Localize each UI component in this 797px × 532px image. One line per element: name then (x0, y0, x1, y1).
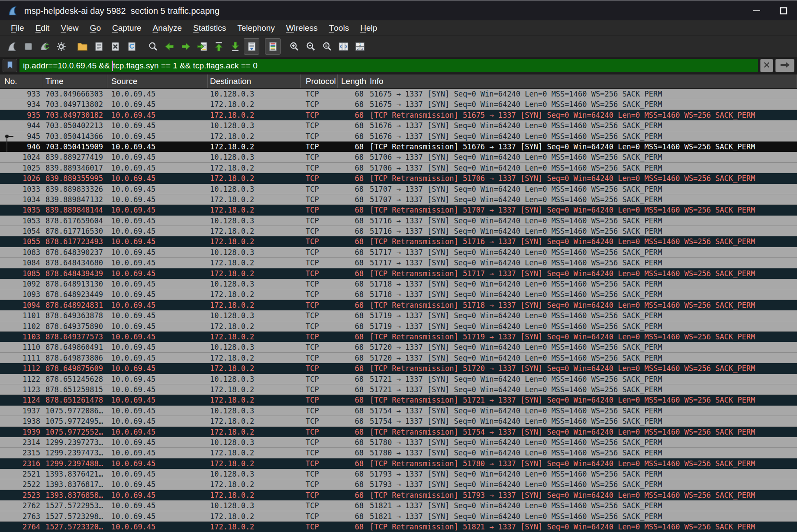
menu-analyze[interactable]: Analyze (147, 20, 188, 35)
filter-bookmark-button[interactable] (3, 59, 17, 72)
column-header-source[interactable]: Source (107, 74, 208, 88)
cell-destination: 172.18.0.2 (208, 353, 301, 363)
related-packet-marker (6, 142, 7, 152)
filter-apply-button[interactable] (775, 59, 794, 72)
open-file-button[interactable] (74, 38, 90, 55)
packet-row-945[interactable]: 945703.05041436610.0.69.45172.18.0.2TCP6… (0, 131, 797, 142)
packet-row-934[interactable]: 934703.04971380210.0.69.45172.18.0.2TCP6… (0, 99, 797, 110)
packet-row-1054[interactable]: 1054878.61771653010.0.69.45172.18.0.2TCP… (0, 226, 797, 236)
menu-statistics[interactable]: Statistics (187, 20, 232, 35)
packet-row-1122[interactable]: 1122878.65124562810.0.69.4510.128.0.3TCP… (0, 374, 797, 384)
cell-destination: 10.128.0.3 (208, 247, 301, 258)
go-back-button[interactable] (161, 38, 177, 55)
cell-length: 68 (338, 395, 367, 405)
column-header-length[interactable]: Length (338, 74, 367, 88)
cell-no: 2523 (0, 490, 43, 500)
packet-row-1938[interactable]: 19381075.9772495…10.0.69.45172.18.0.2TCP… (0, 416, 797, 426)
stop-capture-button[interactable] (20, 38, 36, 55)
filter-clear-button[interactable] (760, 59, 773, 72)
packet-row-1053[interactable]: 1053878.61765960410.0.69.4510.128.0.3TCP… (0, 216, 797, 226)
packet-row-1123[interactable]: 1123878.65125981510.0.69.45172.18.0.2TCP… (0, 384, 797, 395)
zoom-reset-button[interactable] (319, 38, 335, 55)
packet-row-1093[interactable]: 1093878.64892344910.0.69.45172.18.0.2TCP… (0, 289, 797, 300)
packet-row-1024[interactable]: 1024839.88927741910.0.69.4510.128.0.3TCP… (0, 152, 797, 162)
menu-view[interactable]: View (55, 20, 84, 35)
packet-row-1083[interactable]: 1083878.64839023710.0.69.4510.128.0.3TCP… (0, 247, 797, 258)
packet-row-1112[interactable]: 1112878.64987560910.0.69.45172.18.0.2TCP… (0, 363, 797, 374)
zoom-in-button[interactable] (286, 38, 302, 55)
save-file-button[interactable] (91, 38, 106, 55)
filter-input[interactable]: ip.addr==10.0.69.45 && tcp.flags.syn == … (19, 59, 758, 72)
packet-row-2314[interactable]: 23141299.2397273…10.0.69.4510.128.0.3TCP… (0, 437, 797, 448)
cell-destination: 172.18.0.2 (208, 363, 301, 374)
packet-row-1111[interactable]: 1111878.64987380610.0.69.45172.18.0.2TCP… (0, 353, 797, 363)
packet-row-2763[interactable]: 27631527.5723298…10.0.69.45172.18.0.2TCP… (0, 511, 797, 522)
packet-row-2764[interactable]: 27641527.5723320…10.0.69.45172.18.0.2TCP… (0, 522, 797, 532)
packet-row-1124[interactable]: 1124878.65126147810.0.69.45172.18.0.2TCP… (0, 395, 797, 405)
packet-row-2522[interactable]: 25221393.8376817…10.0.69.45172.18.0.2TCP… (0, 479, 797, 490)
packet-row-2315[interactable]: 23151299.2397473…10.0.69.45172.18.0.2TCP… (0, 448, 797, 458)
minimize-button[interactable] (743, 1, 770, 20)
packet-row-1033[interactable]: 1033839.88983332610.0.69.4510.128.0.3TCP… (0, 184, 797, 194)
packet-row-1102[interactable]: 1102878.64937589010.0.69.45172.18.0.2TCP… (0, 321, 797, 332)
packet-row-1110[interactable]: 1110878.64986049110.0.69.4510.128.0.3TCP… (0, 342, 797, 352)
menu-capture[interactable]: Capture (106, 20, 147, 35)
packet-row-1101[interactable]: 1101878.64936387810.0.69.4510.128.0.3TCP… (0, 310, 797, 321)
reload-file-button[interactable] (124, 38, 139, 55)
menu-tools[interactable]: Tools (323, 20, 355, 35)
menu-file[interactable]: File (5, 20, 30, 35)
packet-row-1094[interactable]: 1094878.64892483110.0.69.45172.18.0.2TCP… (0, 300, 797, 310)
packet-row-1055[interactable]: 1055878.61772349310.0.69.45172.18.0.2TCP… (0, 236, 797, 247)
capture-options-button[interactable] (53, 38, 69, 55)
wireshark-window: msp-helpdesk-ai day 5982 section 5 traff… (0, 0, 797, 532)
packet-row-2316[interactable]: 23161299.2397488…10.0.69.45172.18.0.2TCP… (0, 458, 797, 469)
packet-row-1937[interactable]: 19371075.9772086…10.0.69.4510.128.0.3TCP… (0, 406, 797, 416)
packet-row-946[interactable]: 946703.05041590910.0.69.45172.18.0.2TCP6… (0, 142, 797, 152)
packet-row-1103[interactable]: 1103878.64937757310.0.69.45172.18.0.2TCP… (0, 332, 797, 342)
go-first-button[interactable] (211, 38, 226, 55)
column-header-time[interactable]: Time (43, 74, 107, 88)
packet-row-1939[interactable]: 19391075.9772552…10.0.69.45172.18.0.2TCP… (0, 427, 797, 437)
column-header-info[interactable]: Info (367, 74, 797, 88)
menu-help[interactable]: Help (355, 20, 383, 35)
cell-protocol: TCP (301, 142, 338, 152)
auto-scroll-button[interactable] (244, 38, 259, 55)
packet-row-1085[interactable]: 1085878.64843943910.0.69.45172.18.0.2TCP… (0, 268, 797, 279)
packet-row-1025[interactable]: 1025839.88934601710.0.69.45172.18.0.2TCP… (0, 163, 797, 173)
menu-wireless[interactable]: Wireless (281, 20, 323, 35)
resize-columns-button[interactable] (336, 38, 351, 55)
packet-row-1026[interactable]: 1026839.88935599510.0.69.45172.18.0.2TCP… (0, 173, 797, 184)
packet-row-944[interactable]: 944703.05040221310.0.69.4510.128.0.3TCP6… (0, 120, 797, 131)
find-packet-button[interactable] (145, 38, 161, 55)
packet-row-1084[interactable]: 1084878.64843468010.0.69.45172.18.0.2TCP… (0, 258, 797, 268)
packet-row-933[interactable]: 933703.04966630310.0.69.4510.128.0.3TCP6… (0, 89, 797, 99)
cell-no: 1939 (0, 427, 43, 437)
packet-row-1092[interactable]: 1092878.64891313010.0.69.4510.128.0.3TCP… (0, 279, 797, 289)
packet-row-2762[interactable]: 27621527.5722953…10.0.69.4510.128.0.3TCP… (0, 500, 797, 511)
column-header-destination[interactable]: Destination (208, 74, 301, 88)
cell-length: 68 (338, 458, 367, 469)
close-file-button[interactable] (107, 38, 123, 55)
column-header-no[interactable]: No. (0, 74, 43, 88)
cell-source: 10.0.69.45 (107, 384, 208, 395)
fit-columns-button[interactable]: 123 (352, 38, 368, 55)
go-last-button[interactable] (227, 38, 243, 55)
packet-row-2523[interactable]: 25231393.8376858…10.0.69.45172.18.0.2TCP… (0, 490, 797, 500)
packet-row-935[interactable]: 935703.04973018210.0.69.45172.18.0.2TCP6… (0, 110, 797, 120)
packet-row-1035[interactable]: 1035839.88984814410.0.69.45172.18.0.2TCP… (0, 205, 797, 215)
maximize-button[interactable] (770, 1, 797, 20)
menu-go[interactable]: Go (84, 20, 106, 35)
column-header-protocol[interactable]: Protocol (301, 74, 338, 88)
start-capture-button[interactable] (4, 38, 19, 55)
menu-edit[interactable]: Edit (30, 20, 55, 35)
packet-row-1034[interactable]: 1034839.88984713210.0.69.45172.18.0.2TCP… (0, 194, 797, 205)
packet-row-2521[interactable]: 25211393.8376421…10.0.69.4510.128.0.3TCP… (0, 469, 797, 479)
zoom-out-button[interactable] (303, 38, 318, 55)
menu-telephony[interactable]: Telephony (232, 20, 281, 35)
go-forward-button[interactable] (178, 38, 194, 55)
restart-capture-button[interactable] (37, 38, 52, 55)
cell-source: 10.0.69.45 (107, 236, 208, 247)
colorize-button[interactable] (265, 38, 281, 55)
go-to-packet-button[interactable] (194, 38, 210, 55)
cell-time: 703.050414366 (43, 131, 107, 142)
